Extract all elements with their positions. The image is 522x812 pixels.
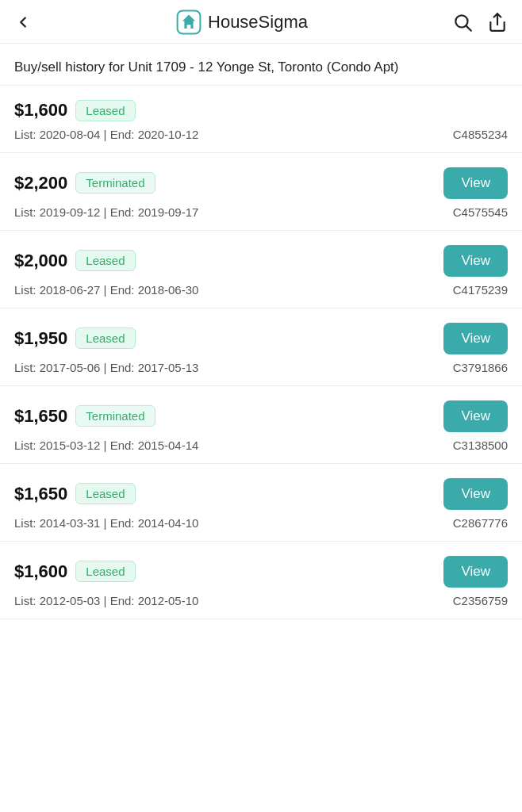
listing-dates: List: 2019-09-12 | End: 2019-09-17 bbox=[14, 205, 198, 219]
listing-info: $2,200 Terminated bbox=[14, 172, 155, 193]
housesigma-logo-icon bbox=[176, 10, 202, 35]
listing-code: C2867776 bbox=[453, 516, 508, 530]
listing-dates: List: 2017-05-06 | End: 2017-05-13 bbox=[14, 361, 198, 374]
listing-price: $1,650 bbox=[14, 406, 67, 427]
listing-info: $1,650 Leased bbox=[14, 483, 136, 504]
listing-dates-row: List: 2012-05-03 | End: 2012-05-10 C2356… bbox=[14, 594, 508, 607]
search-button[interactable] bbox=[452, 12, 473, 33]
listing-top-row: $1,650 Leased View bbox=[14, 478, 508, 510]
listing-dates-row: List: 2019-09-12 | End: 2019-09-17 C4575… bbox=[14, 205, 508, 219]
listing-top-row: $2,200 Terminated View bbox=[14, 167, 508, 199]
listing-price: $1,600 bbox=[14, 100, 67, 121]
listing-info: $1,600 Leased bbox=[14, 561, 136, 582]
listing-price: $1,650 bbox=[14, 484, 67, 504]
listing-info: $1,950 Leased bbox=[14, 327, 136, 349]
listing-top-row: $1,650 Terminated View bbox=[14, 400, 508, 432]
list-item: $1,950 Leased View List: 2017-05-06 | En… bbox=[0, 308, 522, 386]
status-badge: Leased bbox=[75, 327, 135, 349]
listing-dates: List: 2018-06-27 | End: 2018-06-30 bbox=[14, 283, 198, 297]
share-button[interactable] bbox=[487, 12, 508, 33]
view-button[interactable]: View bbox=[443, 478, 508, 510]
list-item: $1,650 Terminated View List: 2015-03-12 … bbox=[0, 386, 522, 464]
status-badge: Leased bbox=[75, 561, 135, 582]
status-badge: Terminated bbox=[75, 405, 155, 427]
header-brand: HouseSigma bbox=[176, 10, 308, 35]
listing-dates: List: 2020-08-04 | End: 2020-10-12 bbox=[14, 128, 198, 141]
listing-price: $1,600 bbox=[14, 561, 67, 582]
listing-top-row: $2,000 Leased View bbox=[14, 245, 508, 277]
listing-dates-row: List: 2015-03-12 | End: 2015-04-14 C3138… bbox=[14, 439, 508, 452]
listing-dates-row: List: 2017-05-06 | End: 2017-05-13 C3791… bbox=[14, 361, 508, 374]
back-button[interactable] bbox=[14, 13, 32, 31]
list-item: $1,600 Leased List: 2020-08-04 | End: 20… bbox=[0, 86, 522, 153]
listing-code: C3791866 bbox=[453, 361, 508, 374]
list-item: $2,000 Leased View List: 2018-06-27 | En… bbox=[0, 231, 522, 308]
status-badge: Terminated bbox=[75, 172, 155, 193]
listing-top-row: $1,600 Leased bbox=[14, 100, 508, 121]
listing-dates-row: List: 2020-08-04 | End: 2020-10-12 C4855… bbox=[14, 128, 508, 141]
view-button[interactable]: View bbox=[443, 167, 508, 199]
view-button[interactable]: View bbox=[443, 556, 508, 588]
listing-info: $1,600 Leased bbox=[14, 100, 136, 121]
share-icon bbox=[487, 12, 508, 33]
listing-price: $2,000 bbox=[14, 251, 67, 271]
app-header: HouseSigma bbox=[0, 0, 522, 44]
status-badge: Leased bbox=[75, 250, 135, 271]
listing-code: C4575545 bbox=[453, 205, 508, 219]
listing-code: C3138500 bbox=[453, 439, 508, 452]
listing-price: $2,200 bbox=[14, 173, 67, 193]
listing-dates: List: 2015-03-12 | End: 2015-04-14 bbox=[14, 439, 198, 452]
listing-price: $1,950 bbox=[14, 328, 67, 349]
listing-top-row: $1,950 Leased View bbox=[14, 323, 508, 354]
app-name: HouseSigma bbox=[208, 12, 308, 33]
listing-code: C4175239 bbox=[453, 283, 508, 297]
list-item: $1,600 Leased View List: 2012-05-03 | En… bbox=[0, 542, 522, 619]
list-item: $2,200 Terminated View List: 2019-09-12 … bbox=[0, 153, 522, 231]
listing-dates-row: List: 2018-06-27 | End: 2018-06-30 C4175… bbox=[14, 283, 508, 297]
header-actions bbox=[452, 12, 508, 33]
view-button[interactable]: View bbox=[443, 323, 508, 354]
status-badge: Leased bbox=[75, 100, 135, 121]
list-item: $1,650 Leased View List: 2014-03-31 | En… bbox=[0, 464, 522, 542]
listing-info: $1,650 Terminated bbox=[14, 405, 155, 427]
svg-line-2 bbox=[466, 26, 471, 31]
listing-info: $2,000 Leased bbox=[14, 250, 136, 271]
page-title: Buy/sell history for Unit 1709 - 12 Yong… bbox=[0, 44, 522, 86]
listing-top-row: $1,600 Leased View bbox=[14, 556, 508, 588]
listing-dates: List: 2014-03-31 | End: 2014-04-10 bbox=[14, 516, 198, 530]
listing-list: $1,600 Leased List: 2020-08-04 | End: 20… bbox=[0, 86, 522, 619]
view-button[interactable]: View bbox=[443, 245, 508, 277]
listing-code: C4855234 bbox=[453, 128, 508, 141]
listing-dates-row: List: 2014-03-31 | End: 2014-04-10 C2867… bbox=[14, 516, 508, 530]
listing-code: C2356759 bbox=[453, 594, 508, 607]
status-badge: Leased bbox=[75, 483, 135, 504]
view-button[interactable]: View bbox=[443, 400, 508, 432]
listing-dates: List: 2012-05-03 | End: 2012-05-10 bbox=[14, 594, 198, 607]
search-icon bbox=[452, 12, 473, 33]
